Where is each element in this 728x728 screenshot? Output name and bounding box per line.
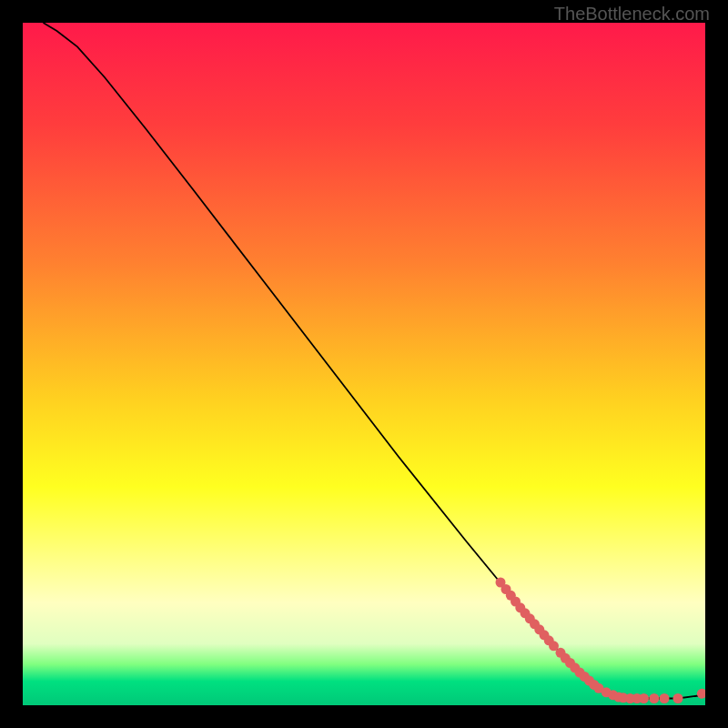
chart-svg xyxy=(23,23,705,705)
data-marker xyxy=(649,693,659,703)
data-marker xyxy=(660,693,670,703)
watermark-text: TheBottleneck.com xyxy=(554,4,710,25)
gradient-background xyxy=(23,23,705,705)
data-marker xyxy=(639,693,649,703)
data-marker xyxy=(673,693,683,703)
chart-plot-area xyxy=(23,23,705,705)
